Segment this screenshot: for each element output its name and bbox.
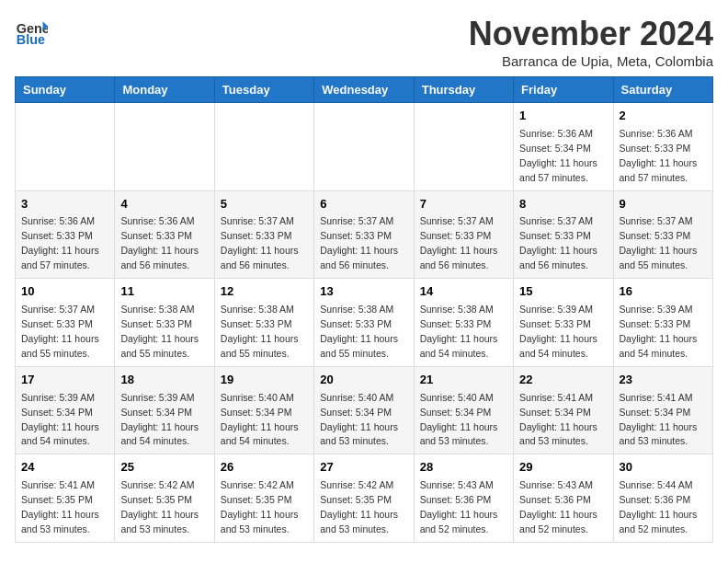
day-number: 4 (120, 196, 208, 213)
day-info: Sunrise: 5:41 AM Sunset: 5:35 PM Dayligh… (21, 479, 99, 534)
calendar-cell: 28Sunrise: 5:43 AM Sunset: 5:36 PM Dayli… (414, 454, 513, 543)
day-number: 18 (120, 372, 208, 389)
day-info: Sunrise: 5:36 AM Sunset: 5:33 PM Dayligh… (21, 215, 99, 270)
calendar-cell: 23Sunrise: 5:41 AM Sunset: 5:34 PM Dayli… (613, 366, 712, 454)
calendar-week-1: 1Sunrise: 5:36 AM Sunset: 5:34 PM Daylig… (16, 103, 713, 191)
day-info: Sunrise: 5:36 AM Sunset: 5:34 PM Dayligh… (519, 128, 597, 183)
day-info: Sunrise: 5:37 AM Sunset: 5:33 PM Dayligh… (320, 215, 398, 270)
page-header: General Blue November 2024 Barranca de U… (15, 15, 713, 69)
calendar-cell: 25Sunrise: 5:42 AM Sunset: 5:35 PM Dayli… (115, 454, 214, 543)
day-info: Sunrise: 5:40 AM Sunset: 5:34 PM Dayligh… (221, 392, 299, 447)
day-info: Sunrise: 5:43 AM Sunset: 5:36 PM Dayligh… (519, 479, 597, 534)
day-info: Sunrise: 5:37 AM Sunset: 5:33 PM Dayligh… (420, 215, 498, 270)
day-number: 20 (320, 372, 407, 389)
day-number: 15 (519, 283, 607, 301)
day-number: 17 (21, 372, 108, 389)
calendar-cell: 14Sunrise: 5:38 AM Sunset: 5:33 PM Dayli… (414, 279, 513, 367)
calendar-cell: 6Sunrise: 5:37 AM Sunset: 5:33 PM Daylig… (314, 190, 414, 279)
calendar-cell (414, 103, 513, 191)
calendar-week-4: 17Sunrise: 5:39 AM Sunset: 5:34 PM Dayli… (16, 366, 713, 454)
weekday-header-tuesday: Tuesday (214, 77, 313, 103)
weekday-header-monday: Monday (115, 77, 214, 103)
day-number: 23 (620, 372, 707, 389)
day-info: Sunrise: 5:37 AM Sunset: 5:33 PM Dayligh… (221, 215, 299, 270)
weekday-header-thursday: Thursday (414, 77, 513, 103)
day-info: Sunrise: 5:40 AM Sunset: 5:34 PM Dayligh… (420, 392, 498, 447)
calendar-cell (214, 103, 313, 191)
day-info: Sunrise: 5:44 AM Sunset: 5:36 PM Dayligh… (620, 479, 698, 534)
day-number: 2 (620, 108, 707, 125)
day-number: 3 (21, 196, 108, 213)
calendar-table: SundayMondayTuesdayWednesdayThursdayFrid… (15, 76, 713, 543)
day-info: Sunrise: 5:38 AM Sunset: 5:33 PM Dayligh… (320, 304, 398, 359)
day-info: Sunrise: 5:39 AM Sunset: 5:33 PM Dayligh… (519, 304, 597, 359)
day-info: Sunrise: 5:41 AM Sunset: 5:34 PM Dayligh… (519, 392, 597, 447)
calendar-header-row: SundayMondayTuesdayWednesdayThursdayFrid… (16, 77, 713, 103)
day-number: 10 (21, 283, 108, 301)
day-number: 14 (420, 283, 507, 301)
calendar-cell: 27Sunrise: 5:42 AM Sunset: 5:35 PM Dayli… (314, 454, 414, 543)
day-info: Sunrise: 5:39 AM Sunset: 5:34 PM Dayligh… (120, 392, 199, 447)
day-number: 24 (21, 459, 108, 477)
weekday-header-wednesday: Wednesday (314, 77, 414, 103)
calendar-cell: 4Sunrise: 5:36 AM Sunset: 5:33 PM Daylig… (115, 190, 214, 279)
weekday-header-friday: Friday (514, 77, 613, 103)
day-info: Sunrise: 5:38 AM Sunset: 5:33 PM Dayligh… (420, 304, 498, 359)
calendar-cell: 17Sunrise: 5:39 AM Sunset: 5:34 PM Dayli… (16, 366, 115, 454)
day-info: Sunrise: 5:41 AM Sunset: 5:34 PM Dayligh… (620, 392, 698, 447)
calendar-cell: 20Sunrise: 5:40 AM Sunset: 5:34 PM Dayli… (314, 366, 414, 454)
calendar-cell: 22Sunrise: 5:41 AM Sunset: 5:34 PM Dayli… (514, 366, 613, 454)
logo: General Blue (15, 15, 48, 48)
day-info: Sunrise: 5:37 AM Sunset: 5:33 PM Dayligh… (21, 304, 99, 359)
calendar-cell: 11Sunrise: 5:38 AM Sunset: 5:33 PM Dayli… (115, 279, 214, 367)
day-info: Sunrise: 5:37 AM Sunset: 5:33 PM Dayligh… (519, 215, 597, 270)
title-block: November 2024 Barranca de Upia, Meta, Co… (469, 15, 713, 69)
day-info: Sunrise: 5:39 AM Sunset: 5:33 PM Dayligh… (620, 304, 698, 359)
day-number: 7 (420, 196, 507, 213)
day-info: Sunrise: 5:39 AM Sunset: 5:34 PM Dayligh… (21, 392, 99, 447)
calendar-cell: 1Sunrise: 5:36 AM Sunset: 5:34 PM Daylig… (514, 103, 613, 191)
calendar-cell: 18Sunrise: 5:39 AM Sunset: 5:34 PM Dayli… (115, 366, 214, 454)
day-number: 5 (221, 196, 308, 213)
day-number: 11 (120, 283, 208, 301)
calendar-week-2: 3Sunrise: 5:36 AM Sunset: 5:33 PM Daylig… (16, 190, 713, 279)
day-info: Sunrise: 5:36 AM Sunset: 5:33 PM Dayligh… (120, 215, 199, 270)
calendar-cell (16, 103, 115, 191)
day-number: 1 (519, 108, 607, 125)
calendar-cell (314, 103, 414, 191)
calendar-cell: 21Sunrise: 5:40 AM Sunset: 5:34 PM Dayli… (414, 366, 513, 454)
calendar-cell: 10Sunrise: 5:37 AM Sunset: 5:33 PM Dayli… (16, 279, 115, 367)
calendar-cell: 15Sunrise: 5:39 AM Sunset: 5:33 PM Dayli… (514, 279, 613, 367)
day-info: Sunrise: 5:37 AM Sunset: 5:33 PM Dayligh… (620, 215, 698, 270)
day-info: Sunrise: 5:40 AM Sunset: 5:34 PM Dayligh… (320, 392, 398, 447)
calendar-cell: 13Sunrise: 5:38 AM Sunset: 5:33 PM Dayli… (314, 279, 414, 367)
location: Barranca de Upia, Meta, Colombia (469, 53, 713, 69)
calendar-cell: 5Sunrise: 5:37 AM Sunset: 5:33 PM Daylig… (214, 190, 313, 279)
day-info: Sunrise: 5:42 AM Sunset: 5:35 PM Dayligh… (320, 479, 398, 534)
day-number: 16 (620, 283, 707, 301)
day-number: 9 (620, 196, 707, 213)
calendar-cell: 16Sunrise: 5:39 AM Sunset: 5:33 PM Dayli… (613, 279, 712, 367)
day-number: 26 (221, 459, 308, 477)
day-number: 6 (320, 196, 407, 213)
day-info: Sunrise: 5:42 AM Sunset: 5:35 PM Dayligh… (120, 479, 199, 534)
day-number: 22 (519, 372, 607, 389)
calendar-cell: 19Sunrise: 5:40 AM Sunset: 5:34 PM Dayli… (214, 366, 313, 454)
day-number: 30 (620, 459, 707, 477)
weekday-header-sunday: Sunday (16, 77, 115, 103)
calendar-cell: 7Sunrise: 5:37 AM Sunset: 5:33 PM Daylig… (414, 190, 513, 279)
calendar-week-5: 24Sunrise: 5:41 AM Sunset: 5:35 PM Dayli… (16, 454, 713, 543)
day-number: 27 (320, 459, 407, 477)
month-title: November 2024 (469, 15, 713, 53)
day-info: Sunrise: 5:43 AM Sunset: 5:36 PM Dayligh… (420, 479, 498, 534)
calendar-cell: 24Sunrise: 5:41 AM Sunset: 5:35 PM Dayli… (16, 454, 115, 543)
day-number: 13 (320, 283, 407, 301)
day-number: 8 (519, 196, 607, 213)
calendar-cell: 9Sunrise: 5:37 AM Sunset: 5:33 PM Daylig… (613, 190, 712, 279)
logo-icon: General Blue (15, 15, 48, 48)
calendar-cell: 8Sunrise: 5:37 AM Sunset: 5:33 PM Daylig… (514, 190, 613, 279)
weekday-header-saturday: Saturday (613, 77, 712, 103)
calendar-cell: 26Sunrise: 5:42 AM Sunset: 5:35 PM Dayli… (214, 454, 313, 543)
svg-text:Blue: Blue (17, 32, 45, 47)
calendar-cell: 3Sunrise: 5:36 AM Sunset: 5:33 PM Daylig… (16, 190, 115, 279)
